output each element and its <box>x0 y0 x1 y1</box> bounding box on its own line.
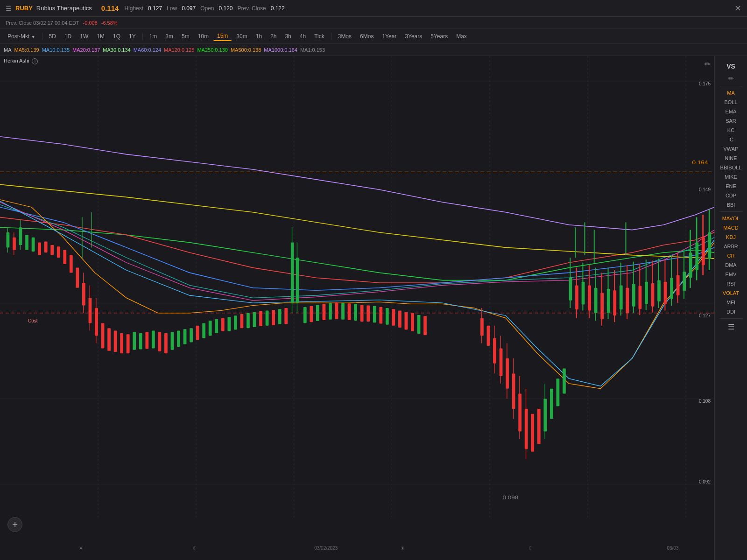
sidebar-bbi[interactable]: BBI <box>715 200 747 210</box>
separator <box>42 33 42 40</box>
price-labels: Highest 0.127 Low 0.097 Open 0.120 Prev.… <box>124 5 284 12</box>
sidebar-mavol[interactable]: MAVOL <box>715 214 747 223</box>
sidebar-divider <box>719 86 743 86</box>
sidebar-rsi[interactable]: RSI <box>715 279 747 288</box>
tf-1h[interactable]: 1h <box>252 32 266 41</box>
chart-container: 0.164 0.098 Heikin Ashi i 0.175 0.149 0.… <box>0 56 747 560</box>
open-val: 0.120 <box>219 5 233 12</box>
svg-rect-93 <box>487 326 490 346</box>
sidebar-ema[interactable]: EMA <box>715 107 747 116</box>
prev-close-val: 0.122 <box>271 5 285 12</box>
prev-close-label: Prev. Close <box>238 5 266 12</box>
tf-5years[interactable]: 5Years <box>427 32 451 41</box>
sidebar-dma[interactable]: DMA <box>715 260 747 270</box>
svg-rect-46 <box>158 332 161 351</box>
sun-icon-2: ☀ <box>400 545 405 552</box>
sidebar-macd[interactable]: MACD <box>715 223 747 232</box>
tf-3mos[interactable]: 3Mos <box>334 32 355 41</box>
svg-rect-70 <box>284 308 288 324</box>
tf-10min[interactable]: 10m <box>194 32 212 41</box>
sidebar-bbiboll[interactable]: BBIBOLL <box>715 163 747 172</box>
sidebar-mike[interactable]: MIKE <box>715 172 747 182</box>
sidebar-vwap[interactable]: VWAP <box>715 144 747 154</box>
tf-max[interactable]: Max <box>452 32 471 41</box>
svg-rect-83 <box>379 307 382 324</box>
sidebar-emv[interactable]: EMV <box>715 270 747 279</box>
svg-rect-63 <box>240 314 244 328</box>
tf-1q[interactable]: 1Q <box>109 32 124 41</box>
date-label-2: 03/03 <box>667 546 678 551</box>
menu-icon[interactable]: ☰ <box>6 5 12 12</box>
tf-2h[interactable]: 2h <box>267 32 280 41</box>
tf-1min[interactable]: 1m <box>146 32 161 41</box>
sidebar-boll[interactable]: BOLL <box>715 98 747 107</box>
tf-30min[interactable]: 30m <box>233 32 251 41</box>
sun-icon-1: ☀ <box>78 545 84 552</box>
svg-rect-110 <box>550 389 553 419</box>
close-button[interactable]: ✕ <box>734 3 741 14</box>
svg-rect-75 <box>329 303 332 320</box>
svg-rect-22 <box>38 243 41 255</box>
sidebar-menu-icon[interactable]: ☰ <box>715 321 747 333</box>
separator3 <box>331 33 331 40</box>
svg-rect-88 <box>411 313 414 331</box>
ma1000-indicator: MA1000:0.164 <box>264 47 297 53</box>
tf-1m[interactable]: 1M <box>93 32 108 41</box>
chart-main[interactable]: 0.164 0.098 Heikin Ashi i 0.175 0.149 0.… <box>0 56 714 560</box>
svg-rect-65 <box>253 312 256 327</box>
sidebar-kc[interactable]: KC <box>715 126 747 135</box>
sidebar-arbr[interactable]: ARBR <box>715 242 747 251</box>
tf-postmkt[interactable]: Post-Mkt ▼ <box>4 32 39 41</box>
sidebar-ddi[interactable]: DDI <box>715 307 747 316</box>
add-indicator-button[interactable]: + <box>7 517 22 532</box>
ma5-indicator: MA5:0.139 <box>14 47 39 53</box>
svg-rect-23 <box>44 241 48 252</box>
price-level-0175: 0.175 <box>699 81 711 86</box>
tf-3h[interactable]: 3h <box>281 32 295 41</box>
price-level-0127: 0.127 <box>699 313 711 318</box>
info-icon[interactable]: i <box>32 58 38 64</box>
svg-rect-66 <box>259 311 262 326</box>
sidebar-ic[interactable]: IC <box>715 135 747 144</box>
vs-label[interactable]: VS <box>726 60 735 73</box>
tf-1d[interactable]: 1D <box>61 32 75 41</box>
svg-rect-37 <box>101 323 105 348</box>
timeframe-bar: Post-Mkt ▼ 5D 1D 1W 1M 1Q 1Y 1m 3m 5m 10… <box>0 29 747 44</box>
svg-rect-85 <box>392 309 395 326</box>
tf-5min[interactable]: 5m <box>178 32 193 41</box>
tf-5d[interactable]: 5D <box>45 32 60 41</box>
highest-label: Highest <box>124 5 143 12</box>
ma20-indicator: MA20:0.137 <box>72 47 100 53</box>
sidebar-nine[interactable]: NINE <box>715 154 747 163</box>
svg-rect-72 <box>310 306 313 322</box>
sidebar-cr[interactable]: CR <box>715 251 747 260</box>
svg-rect-64 <box>247 313 250 328</box>
tf-tick[interactable]: Tick <box>310 32 328 41</box>
tf-3years[interactable]: 3Years <box>401 32 426 41</box>
ticker-symbol: RUBY <box>15 5 33 12</box>
svg-rect-43 <box>139 333 142 350</box>
low-val: 0.097 <box>182 5 196 12</box>
tf-4h[interactable]: 4h <box>296 32 310 41</box>
svg-rect-50 <box>183 329 187 344</box>
sidebar-mfi[interactable]: MFI <box>715 298 747 307</box>
tf-1y[interactable]: 1Y <box>125 32 140 41</box>
tf-15min[interactable]: 15m <box>213 32 232 41</box>
tf-3min[interactable]: 3m <box>162 32 177 41</box>
svg-rect-42 <box>133 332 136 350</box>
svg-rect-73 <box>316 305 319 322</box>
tf-6mos[interactable]: 6Mos <box>356 32 377 41</box>
sidebar-cdp[interactable]: CDP <box>715 191 747 200</box>
tf-1year[interactable]: 1Year <box>378 32 400 41</box>
logo-area: ☰ RUBY Rubius Therapeutics <box>6 5 92 12</box>
sidebar-kdj[interactable]: KDJ <box>715 232 747 242</box>
low-label: Low <box>167 5 177 12</box>
edit-icon[interactable]: ✏ <box>705 60 711 69</box>
sidebar-ma[interactable]: MA <box>715 88 747 98</box>
edit-pencil-icon[interactable]: ✏ <box>726 73 736 84</box>
svg-rect-89 <box>417 315 421 334</box>
tf-1w[interactable]: 1W <box>76 32 92 41</box>
sidebar-ene[interactable]: ENE <box>715 182 747 191</box>
sidebar-volat[interactable]: VOLAT <box>715 288 747 298</box>
sidebar-sar[interactable]: SAR <box>715 116 747 126</box>
